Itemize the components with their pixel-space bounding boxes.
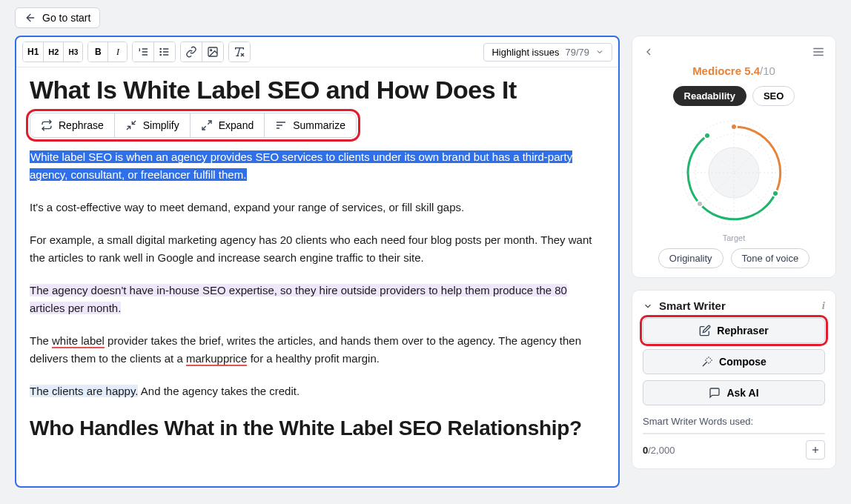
summarize-icon (275, 119, 287, 131)
edit-icon (699, 325, 711, 336)
editor-panel: H1 H2 H3 B I (15, 36, 620, 488)
chevron-down-icon[interactable] (643, 301, 653, 311)
ordered-list-button[interactable] (133, 42, 153, 62)
link-button[interactable] (181, 42, 202, 62)
compose-button[interactable]: Compose (643, 349, 825, 374)
svg-point-33 (697, 201, 703, 207)
arrow-left-icon (24, 12, 36, 24)
go-to-start-button[interactable]: Go to start (15, 7, 100, 28)
rephrase-toolbar: Rephrase Simplify Expand Summarize (30, 113, 357, 138)
tab-readability[interactable]: Readability (673, 86, 746, 106)
svg-point-9 (160, 54, 161, 55)
svg-point-7 (160, 48, 161, 49)
document-content: White label SEO is when an agency provid… (30, 148, 605, 441)
unordered-list-button[interactable] (153, 42, 175, 62)
chip-originality[interactable]: Originality (658, 248, 723, 268)
bold-button[interactable]: B (88, 42, 107, 62)
content-score: Mediocre 5.4/10 (643, 64, 825, 77)
svg-point-31 (731, 124, 737, 130)
image-button[interactable] (202, 42, 223, 62)
chat-icon (709, 387, 721, 399)
heading-3-button[interactable]: H3 (63, 42, 82, 62)
wand-icon (701, 356, 713, 368)
svg-line-17 (202, 126, 206, 130)
svg-line-15 (127, 126, 130, 130)
expand-icon (201, 119, 213, 131)
collapse-panel-button[interactable] (643, 46, 655, 58)
highlight-issues-toggle[interactable]: Highlight issues 79/79 (483, 43, 612, 62)
document-subheading: Who Handles What in the White Label SEO … (30, 415, 605, 441)
error-underline[interactable]: white label (52, 334, 105, 348)
highlight-issues-label: Highlight issues (491, 47, 559, 58)
editor-body[interactable]: What Is White Label SEO and How Does It … (16, 67, 618, 486)
svg-point-32 (772, 190, 778, 196)
issue-count: 79/79 (565, 47, 589, 58)
radar-chart (643, 113, 825, 232)
clear-format-button[interactable] (229, 42, 250, 62)
simplify-button[interactable]: Simplify (114, 113, 190, 137)
heading-2-button[interactable]: H2 (43, 42, 63, 62)
info-icon[interactable]: i (822, 299, 825, 312)
radar-target-label: Target (643, 233, 825, 242)
paragraph: For example, a small digital marketing a… (30, 231, 605, 267)
selected-text: White label SEO is when an agency provid… (30, 150, 572, 181)
paragraph: The white label provider takes the brief… (30, 332, 605, 368)
svg-point-34 (704, 133, 710, 139)
refresh-icon (41, 119, 53, 131)
rephrase-button[interactable]: Rephrase (30, 113, 114, 137)
add-words-button[interactable] (806, 440, 825, 460)
simplify-icon (125, 119, 137, 131)
italic-button[interactable]: I (107, 42, 127, 62)
heading-1-button[interactable]: H1 (23, 42, 43, 62)
tab-seo[interactable]: SEO (752, 86, 795, 106)
editor-toolbar: H1 H2 H3 B I (16, 37, 618, 67)
highlight-issue: The agency doesn't have in-house SEO exp… (30, 284, 567, 314)
svg-point-11 (211, 50, 212, 51)
highlight-info: The clients are happy. (30, 385, 138, 397)
ask-ai-button[interactable]: Ask AI (643, 380, 825, 405)
svg-point-8 (160, 51, 161, 52)
chevron-down-icon (595, 47, 604, 56)
paragraph: The clients are happy. And the agency ta… (30, 382, 605, 400)
svg-line-16 (208, 121, 211, 125)
panel-menu-button[interactable] (812, 45, 825, 59)
rephraser-button[interactable]: Rephraser (643, 318, 825, 343)
summarize-button[interactable]: Summarize (264, 113, 356, 137)
smart-writer-title: Smart Writer (659, 299, 726, 312)
expand-button[interactable]: Expand (190, 113, 264, 137)
paragraph: It's a cost-effective way to meet demand… (30, 199, 605, 216)
go-to-start-label: Go to start (42, 12, 90, 24)
svg-line-14 (132, 121, 136, 125)
side-panel: Mediocre 5.4/10 Readability SEO (632, 36, 836, 488)
error-underline[interactable]: markupprice (186, 352, 248, 366)
sw-usage-label: Smart Writer Words used: (643, 416, 825, 427)
smart-writer-card: Smart Writer i Rephraser Compose Ask AI (632, 290, 836, 469)
document-title: What Is White Label SEO and How Does It (30, 75, 605, 105)
chip-tone-of-voice[interactable]: Tone of voice (731, 248, 810, 268)
sw-usage-max: /2,000 (648, 445, 675, 456)
sw-usage-bar (643, 433, 825, 434)
